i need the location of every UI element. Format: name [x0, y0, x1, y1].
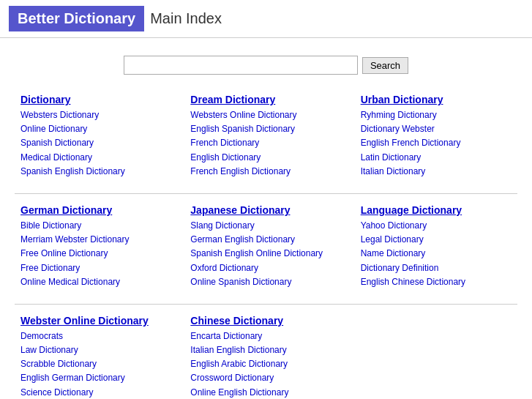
- row-divider: [15, 304, 517, 305]
- link-english-dictionary[interactable]: English Dictionary: [190, 151, 341, 165]
- link-italian-english-dictionary[interactable]: Italian English Dictionary: [190, 343, 341, 357]
- site-title[interactable]: Better Dictionary: [9, 6, 144, 31]
- link-websters-online-dictionary[interactable]: Websters Online Dictionary: [190, 108, 341, 122]
- link-free-online-dictionary[interactable]: Free Online Dictionary: [20, 247, 171, 261]
- link-online-dictionary[interactable]: Online Dictionary: [20, 122, 171, 136]
- link-websters-dictionary[interactable]: Websters Dictionary: [20, 108, 171, 122]
- link-french-dictionary[interactable]: French Dictionary: [190, 136, 341, 150]
- link-section-row2-col2: Language DictionaryYahoo DictionaryLegal…: [355, 197, 517, 297]
- link-english-french-dictionary[interactable]: English French Dictionary: [361, 136, 512, 150]
- link-online-medical-dictionary[interactable]: Online Medical Dictionary: [20, 275, 171, 289]
- link-spanish-english-dictionary[interactable]: Spanish English Dictionary: [20, 165, 171, 179]
- link-online-english-dictionary[interactable]: Online English Dictionary: [190, 386, 341, 399]
- main-content: DictionaryWebsters DictionaryOnline Dict…: [0, 86, 532, 399]
- section-title-webster-online-dictionary[interactable]: Webster Online Dictionary: [20, 315, 171, 327]
- link-grid-row1: DictionaryWebsters DictionaryOnline Dict…: [15, 86, 517, 186]
- link-spanish-dictionary[interactable]: Spanish Dictionary: [20, 136, 171, 150]
- link-encarta-dictionary[interactable]: Encarta Dictionary: [190, 329, 341, 343]
- header: Better Dictionary Main Index: [0, 0, 532, 38]
- link-science-dictionary[interactable]: Science Dictionary: [20, 386, 171, 399]
- link-section-row3-col1: Chinese DictionaryEncarta DictionaryItal…: [184, 307, 347, 399]
- link-french-english-dictionary[interactable]: French English Dictionary: [190, 165, 341, 179]
- row-divider: [15, 193, 517, 194]
- link-italian-dictionary[interactable]: Italian Dictionary: [361, 165, 512, 179]
- link-name-dictionary[interactable]: Name Dictionary: [361, 247, 512, 261]
- link-merriam-webster-dictionary[interactable]: Merriam Webster Dictionary: [20, 233, 171, 247]
- section-title-german-dictionary[interactable]: German Dictionary: [20, 204, 171, 216]
- link-dictionary-webster[interactable]: Dictionary Webster: [361, 122, 512, 136]
- link-medical-dictionary[interactable]: Medical Dictionary: [20, 151, 171, 165]
- link-german-english-dictionary[interactable]: German English Dictionary: [190, 233, 341, 247]
- section-title-dictionary[interactable]: Dictionary: [20, 94, 171, 105]
- link-section-row1-col0: DictionaryWebsters DictionaryOnline Dict…: [15, 86, 177, 186]
- link-english-chinese-dictionary[interactable]: English Chinese Dictionary: [361, 275, 512, 289]
- link-english-arabic-dictionary[interactable]: English Arabic Dictionary: [190, 357, 341, 371]
- link-section-row2-col0: German DictionaryBible DictionaryMerriam…: [15, 197, 177, 297]
- link-dictionary-definition[interactable]: Dictionary Definition: [361, 261, 512, 275]
- link-legal-dictionary[interactable]: Legal Dictionary: [361, 233, 512, 247]
- search-input[interactable]: [124, 56, 358, 75]
- link-free-dictionary[interactable]: Free Dictionary: [20, 261, 171, 275]
- link-democrats[interactable]: Democrats: [20, 329, 171, 343]
- link-yahoo-dictionary[interactable]: Yahoo Dictionary: [361, 219, 512, 233]
- link-online-spanish-dictionary[interactable]: Online Spanish Dictionary: [190, 275, 341, 289]
- section-title-japanese-dictionary[interactable]: Japanese Dictionary: [190, 204, 341, 216]
- link-bible-dictionary[interactable]: Bible Dictionary: [20, 219, 171, 233]
- link-section-row1-col1: Dream DictionaryWebsters Online Dictiona…: [184, 86, 347, 186]
- link-section-row2-col1: Japanese DictionarySlang DictionaryGerma…: [184, 197, 347, 297]
- section-title-urban-dictionary[interactable]: Urban Dictionary: [361, 94, 512, 105]
- link-section-row1-col2: Urban DictionaryRyhming DictionaryDictio…: [355, 86, 517, 186]
- link-scrabble-dictionary[interactable]: Scrabble Dictionary: [20, 357, 171, 371]
- link-section-row3-col0: Webster Online DictionaryDemocratsLaw Di…: [15, 307, 177, 399]
- section-title-dream-dictionary[interactable]: Dream Dictionary: [190, 94, 341, 105]
- link-ryhming-dictionary[interactable]: Ryhming Dictionary: [361, 108, 512, 122]
- link-latin-dictionary[interactable]: Latin Dictionary: [361, 151, 512, 165]
- link-crossword-dictionary[interactable]: Crossword Dictionary: [190, 371, 341, 385]
- link-grid-row3: Webster Online DictionaryDemocratsLaw Di…: [15, 307, 517, 399]
- link-spanish-english-online-dictionary[interactable]: Spanish English Online Dictionary: [190, 247, 341, 261]
- section-title-chinese-dictionary[interactable]: Chinese Dictionary: [190, 315, 341, 327]
- link-law-dictionary[interactable]: Law Dictionary: [20, 343, 171, 357]
- link-oxford-dictionary[interactable]: Oxford Dictionary: [190, 261, 341, 275]
- link-section-row3-col2: [355, 307, 517, 399]
- site-subtitle: Main Index: [150, 10, 222, 27]
- search-bar: Search: [0, 56, 532, 75]
- link-english-german-dictionary[interactable]: English German Dictionary: [20, 371, 171, 385]
- section-title-language-dictionary[interactable]: Language Dictionary: [361, 204, 512, 216]
- search-button[interactable]: Search: [362, 57, 408, 74]
- link-english-spanish-dictionary[interactable]: English Spanish Dictionary: [190, 122, 341, 136]
- link-slang-dictionary[interactable]: Slang Dictionary: [190, 219, 341, 233]
- link-grid-row2: German DictionaryBible DictionaryMerriam…: [15, 197, 517, 297]
